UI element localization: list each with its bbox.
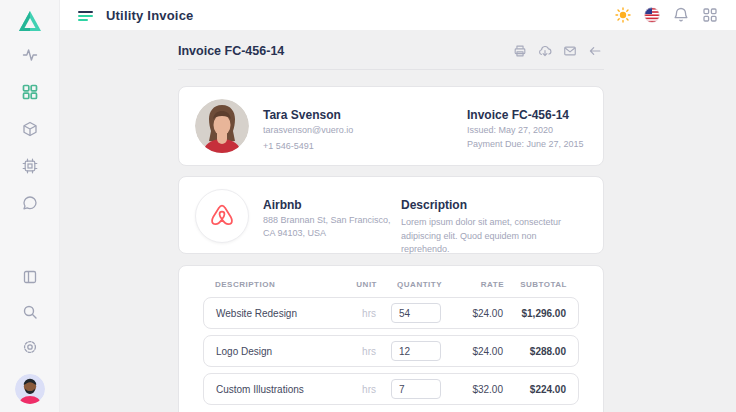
items-table-header: DESCRIPTION UNIT QUANTITY RATE SUBTOTAL: [203, 280, 579, 289]
back-arrow-icon[interactable]: [588, 44, 602, 58]
vuero-logo-icon: [18, 10, 42, 32]
item-subtotal: $1,296.00: [503, 308, 566, 319]
main-content: Invoice FC-456-14: [60, 30, 736, 412]
app-logo[interactable]: [18, 7, 42, 34]
customer-card: Tara Svenson tarasvenson@vuero.io +1 546…: [178, 86, 604, 166]
invoice-toolbar: [513, 44, 602, 58]
company-card: Airbnb 888 Brannan St, San Francisco, CA…: [178, 176, 604, 254]
user-avatar-image: [15, 374, 45, 404]
item-unit: hrs: [336, 308, 376, 319]
sidebar: [0, 0, 60, 412]
invoice-meta: Invoice FC-456-14 Issued: May 27, 2020 P…: [467, 99, 587, 153]
invoice-number: Invoice FC-456-14: [467, 108, 587, 122]
page-title: Invoice FC-456-14: [178, 44, 284, 58]
menu-burger-icon[interactable]: [78, 10, 93, 21]
invoice-items-card: DESCRIPTION UNIT QUANTITY RATE SUBTOTAL …: [178, 265, 604, 412]
description-title: Description: [401, 198, 587, 212]
item-description: Website Redesign: [216, 308, 336, 319]
customer-photo: [195, 99, 249, 153]
item-subtotal: $224.00: [503, 384, 566, 395]
item-unit: hrs: [336, 384, 376, 395]
table-row: Custom Illustrations hrs $32.00 $224.00: [203, 373, 579, 405]
cloud-download-icon[interactable]: [538, 44, 552, 58]
item-rate: $32.00: [441, 384, 503, 395]
table-row: Website Redesign hrs $24.00 $1,296.00: [203, 297, 579, 329]
company-address-line1: 888 Brannan St, San Francisco,: [263, 215, 391, 225]
invoice-issued-date: Issued: May 27, 2020: [467, 125, 587, 135]
navbar-actions: [615, 7, 718, 23]
quantity-input[interactable]: [391, 303, 441, 323]
mail-icon[interactable]: [563, 44, 577, 58]
theme-sun-icon[interactable]: [615, 7, 631, 23]
company-info: Airbnb 888 Brannan St, San Francisco, CA…: [263, 189, 391, 241]
cpu-icon[interactable]: [22, 158, 38, 174]
item-unit: hrs: [336, 346, 376, 357]
user-avatar[interactable]: [15, 374, 45, 404]
item-description: Logo Design: [216, 346, 336, 357]
dashboard-grid-icon[interactable]: [22, 84, 38, 100]
search-icon[interactable]: [22, 304, 38, 320]
customer-email: tarasvenson@vuero.io: [263, 125, 353, 135]
invoice-container: Invoice FC-456-14: [178, 30, 604, 412]
customer-info: Tara Svenson tarasvenson@vuero.io +1 546…: [263, 99, 353, 153]
col-subtotal: SUBTOTAL: [504, 280, 567, 289]
chat-icon[interactable]: [22, 195, 38, 211]
company-name: Airbnb: [263, 198, 391, 212]
language-flag-icon[interactable]: [644, 7, 660, 23]
table-row: Logo Design hrs $24.00 $288.00: [203, 335, 579, 367]
description-body: Lorem ipsum dolor sit amet, consectetur …: [401, 216, 587, 257]
invoice-due-date: Payment Due: June 27, 2015: [467, 139, 587, 149]
item-subtotal: $288.00: [503, 346, 566, 357]
company-logo-circle: [195, 189, 249, 243]
col-rate: RATE: [442, 280, 504, 289]
col-unit: UNIT: [337, 280, 377, 289]
customer-avatar: [195, 99, 249, 153]
airbnb-logo-icon: [208, 202, 236, 230]
quantity-input[interactable]: [391, 379, 441, 399]
item-rate: $24.00: [441, 308, 503, 319]
col-quantity: QUANTITY: [377, 280, 442, 289]
apps-grid-icon[interactable]: [702, 7, 718, 23]
invoice-page-header: Invoice FC-456-14: [178, 30, 604, 70]
sidebar-bottom: [15, 269, 45, 404]
item-description: Custom Illustrations: [216, 384, 336, 395]
quantity-input[interactable]: [391, 341, 441, 361]
customer-name: Tara Svenson: [263, 108, 353, 122]
top-navbar: Utility Invoice: [60, 0, 736, 30]
navbar-title: Utility Invoice: [106, 8, 194, 23]
activity-icon[interactable]: [22, 47, 38, 63]
settings-gear-icon[interactable]: [22, 339, 38, 355]
col-description: DESCRIPTION: [215, 280, 337, 289]
notifications-bell-icon[interactable]: [673, 7, 689, 23]
company-address-line2: CA 94103, USA: [263, 228, 391, 238]
print-icon[interactable]: [513, 44, 527, 58]
item-rate: $24.00: [441, 346, 503, 357]
box-icon[interactable]: [22, 121, 38, 137]
invoice-description: Description Lorem ipsum dolor sit amet, …: [401, 189, 587, 241]
sidebar-nav: [22, 47, 38, 211]
panels-icon[interactable]: [22, 269, 38, 285]
customer-phone: +1 546-5491: [263, 141, 353, 151]
